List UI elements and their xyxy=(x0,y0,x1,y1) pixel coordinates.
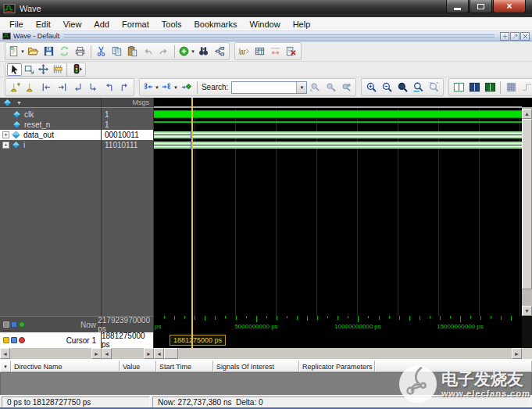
event-traceback-button[interactable]: ▼ xyxy=(141,80,160,95)
undo-button[interactable] xyxy=(141,44,156,59)
names-horizontal-scrollbar[interactable]: ◄ ► xyxy=(0,348,102,359)
chevron-down-icon[interactable]: ▼ xyxy=(20,49,25,54)
scrollbar-track[interactable] xyxy=(178,348,512,359)
scroll-down-arrow[interactable]: ▼ xyxy=(522,306,532,316)
search-input[interactable] xyxy=(232,82,296,93)
menu-tools[interactable]: Tools xyxy=(155,17,188,30)
next-falling-edge-button[interactable] xyxy=(85,80,101,95)
scrollbar-track[interactable] xyxy=(10,348,91,359)
chevron-down-icon[interactable]: ▼ xyxy=(191,49,195,54)
scroll-right-arrow[interactable]: ► xyxy=(144,348,154,359)
subwindow-titlebar[interactable]: Wave - Default xyxy=(0,31,532,41)
signal-values-panel[interactable]: 110001001111010111 xyxy=(102,108,154,316)
column-header-value[interactable]: Value xyxy=(120,361,156,372)
menu-format[interactable]: Format xyxy=(116,17,155,30)
menu-bookmarks[interactable]: Bookmarks xyxy=(187,17,243,30)
chevron-down-icon[interactable]: ▼ xyxy=(155,85,159,90)
search-reverse-button[interactable] xyxy=(307,80,323,95)
run-indicator-icon[interactable] xyxy=(19,321,25,328)
wave-horizontal-scrollbar[interactable]: ◄ ► xyxy=(154,348,522,359)
grid-button[interactable] xyxy=(503,80,519,95)
column-header-replicator-parameters[interactable]: Replicator Parameters xyxy=(299,361,375,372)
zoom-full-button[interactable] xyxy=(395,80,410,95)
cursor-line[interactable] xyxy=(191,98,193,348)
cursor-time-flag[interactable]: 1881275000 ps xyxy=(170,335,226,346)
signal-names-panel[interactable]: clkreset_n+data_out+i xyxy=(0,108,102,316)
waveform-canvas[interactable] xyxy=(154,108,522,316)
lock-time-icon[interactable] xyxy=(3,321,9,328)
wave-pane-button[interactable] xyxy=(451,80,466,95)
wave-pane-green-button[interactable] xyxy=(482,80,498,95)
sort-indicator-icon[interactable]: ▼ xyxy=(0,361,11,372)
scroll-left-arrow[interactable]: ◄ xyxy=(154,348,164,359)
cursor-row[interactable]: Cursor 1 xyxy=(0,332,102,348)
previous-transition-button[interactable] xyxy=(38,80,54,95)
titlebar[interactable]: Wave × xyxy=(0,0,532,17)
search-options-button[interactable] xyxy=(338,80,354,95)
lock-cursor-icon[interactable] xyxy=(3,337,9,343)
search-dropdown-icon[interactable]: ▼ xyxy=(296,82,306,93)
stop-sim-button[interactable] xyxy=(70,63,84,76)
timeline-ruler[interactable]: ps5000000000 ps10000000000 ps15000000000… xyxy=(154,316,522,332)
collapse-time-button[interactable] xyxy=(268,44,284,59)
signal-row-clk[interactable]: clk xyxy=(0,109,101,120)
next-rising-edge-button[interactable] xyxy=(116,80,132,95)
reload-button[interactable] xyxy=(57,44,73,59)
wave-events-button[interactable] xyxy=(237,44,252,59)
expand-icon[interactable]: + xyxy=(2,131,9,138)
waveform-row-data_out[interactable] xyxy=(154,130,522,140)
dock-icon[interactable] xyxy=(500,32,509,41)
vertical-scrollbar-thumb[interactable] xyxy=(522,119,532,289)
previous-rising-edge-button[interactable] xyxy=(101,80,116,95)
signal-value-reset_n[interactable]: 1 xyxy=(102,120,153,130)
signal-tree-header[interactable]: ▼ xyxy=(0,98,102,108)
scroll-right-arrow[interactable]: ► xyxy=(512,348,522,359)
msgs-column-header[interactable]: Msgs xyxy=(102,98,154,108)
new-file-button[interactable]: ▼ xyxy=(7,44,26,59)
waveform-row-clk[interactable] xyxy=(154,109,522,120)
expand-time-button[interactable] xyxy=(252,44,268,59)
previous-falling-edge-button[interactable] xyxy=(70,80,85,95)
add-wave-button[interactable]: ▼ xyxy=(177,44,196,59)
subwindow-close-icon[interactable] xyxy=(520,32,530,41)
zoom-range-button[interactable] xyxy=(426,80,441,95)
search-forward-button[interactable] xyxy=(323,80,338,95)
waveform-row-reset_n[interactable] xyxy=(154,120,522,130)
close-button[interactable]: × xyxy=(493,0,526,13)
scroll-left-arrow[interactable]: ◄ xyxy=(0,348,10,359)
zoom-mode-button[interactable] xyxy=(22,63,36,76)
zoom-out-button[interactable] xyxy=(379,80,395,95)
menu-window[interactable]: Window xyxy=(244,17,287,30)
signal-row-data_out[interactable]: +data_out xyxy=(0,130,101,140)
edge-low-button[interactable] xyxy=(519,80,532,95)
copy-button[interactable] xyxy=(109,44,125,59)
maximize-button[interactable] xyxy=(470,0,492,13)
menu-edit[interactable]: Edit xyxy=(30,17,57,30)
scroll-right-arrow[interactable]: ► xyxy=(91,348,102,359)
signal-value-i[interactable]: 11010111 xyxy=(102,140,153,150)
print-button[interactable] xyxy=(73,44,88,59)
menu-view[interactable]: View xyxy=(57,17,88,30)
horizontal-scrollbar-thumb[interactable] xyxy=(164,348,178,359)
directives-empty-list[interactable] xyxy=(0,372,532,396)
redo-button[interactable] xyxy=(156,44,172,59)
delete-cursor-row-icon[interactable] xyxy=(19,337,25,343)
menu-file[interactable]: File xyxy=(3,17,30,30)
signal-value-data_out[interactable]: 00010011 xyxy=(102,130,153,140)
column-header-signals-of-interest[interactable]: Signals Of Interest xyxy=(213,361,299,372)
scroll-up-arrow[interactable]: ▲ xyxy=(522,109,532,119)
cut-button[interactable] xyxy=(94,44,109,59)
pan-mode-button[interactable] xyxy=(36,63,50,76)
edit-mode-button[interactable] xyxy=(50,63,64,76)
save-button[interactable] xyxy=(41,44,57,59)
scrollbar-track[interactable] xyxy=(112,348,144,359)
open-file-button[interactable] xyxy=(26,44,41,59)
signal-row-reset_n[interactable]: reset_n xyxy=(0,120,101,130)
show-drivers-button[interactable] xyxy=(212,44,227,59)
next-transition-button[interactable] xyxy=(54,80,70,95)
menu-help[interactable]: Help xyxy=(287,17,317,30)
chevron-down-icon[interactable]: ▼ xyxy=(173,85,178,90)
paste-button[interactable] xyxy=(125,44,141,59)
find-button[interactable] xyxy=(196,44,212,59)
delete-cursor-button[interactable] xyxy=(23,80,38,95)
